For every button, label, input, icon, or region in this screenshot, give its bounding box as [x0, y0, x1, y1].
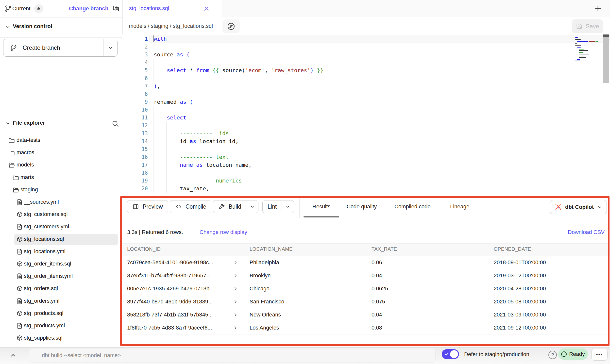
code-line-18[interactable] — [154, 169, 323, 177]
file-name: data-tests — [17, 137, 40, 143]
table-row-los-angeles: 1f8ffa70-7cb5-4d83-8a7f-9aceef6...Los An… — [122, 321, 610, 334]
panel-tab-results[interactable]: Results — [312, 203, 330, 210]
panel-tab-lineage[interactable]: Lineage — [450, 203, 469, 210]
file-tree-item-data-tests[interactable]: data-tests — [0, 134, 122, 147]
file-tree-item-stg-customers-sql[interactable]: stg_customers.sql — [0, 208, 122, 221]
code-line-8[interactable] — [154, 90, 323, 98]
download-csv-link[interactable]: Download CSV — [568, 229, 605, 235]
row-expander-chevron-icon[interactable] — [233, 312, 238, 317]
current-branch-label[interactable]: Current — [12, 5, 30, 12]
file-tree-item-stg-customers-yml[interactable]: stg_customers.yml — [0, 221, 122, 233]
code-line-2[interactable] — [154, 43, 323, 51]
lint-dropdown[interactable] — [282, 200, 294, 213]
code-line-16[interactable]: ---------- text — [154, 153, 323, 161]
panel-tab-code-quality[interactable]: Code quality — [347, 203, 377, 210]
code-line-9[interactable]: renamed as ( — [154, 98, 323, 106]
code-line-11[interactable]: select — [154, 114, 323, 122]
code-line-15[interactable] — [154, 145, 323, 153]
dbt-ide-window: Current Change branch Version control Cr… — [0, 0, 610, 364]
file-tree-item-marts[interactable]: marts — [0, 171, 122, 184]
row-expander-chevron-icon[interactable] — [233, 273, 238, 278]
open-in-docs-button[interactable] — [222, 19, 240, 33]
row-expander-chevron-icon[interactable] — [233, 299, 238, 304]
save-button[interactable]: Save — [572, 19, 603, 33]
file-tree-item-stg-products-yml[interactable]: stg_products.yml — [0, 320, 122, 332]
code-editor[interactable]: 1234567891011121314151617181920 with sou… — [122, 34, 610, 198]
code-line-4[interactable] — [154, 59, 323, 66]
lint-label: Lint — [268, 203, 277, 210]
code-line-10[interactable] — [154, 106, 323, 114]
help-icon[interactable]: ? — [548, 351, 557, 359]
code-line-7[interactable]: ), — [154, 82, 323, 90]
code-brackets-icon — [175, 203, 182, 210]
code-line-14[interactable]: id as location_id, — [154, 137, 323, 145]
file-tree-item--sources-yml[interactable]: __sources.yml — [0, 196, 122, 208]
code-line-12[interactable] — [154, 122, 323, 130]
file-tree-item-stg-locations-yml[interactable]: stg_locations.yml — [0, 246, 122, 258]
code-line-19[interactable]: ---------- numerics — [154, 177, 323, 185]
create-branch-dropdown[interactable] — [103, 39, 117, 56]
panel-tab-compiled-code[interactable]: Compiled code — [394, 203, 431, 210]
row-expander-chevron-icon[interactable] — [233, 325, 238, 331]
build-button[interactable]: Build — [213, 200, 258, 213]
file-explorer-collapse-chevron-icon[interactable] — [5, 120, 11, 126]
more-options-button[interactable]: ••• — [591, 349, 608, 361]
cell-location-name: Philadelphia — [250, 259, 279, 266]
code-line-3[interactable]: source as ( — [154, 51, 323, 59]
file-name: stg_order_items.yml — [24, 273, 73, 279]
file-tree-item-stg-locations-sql[interactable]: stg_locations.sql — [0, 233, 122, 246]
dbt-copilot-button[interactable]: dbt Copilot — [550, 200, 607, 214]
lint-button[interactable]: Lint — [262, 200, 294, 213]
line-number: 14 — [122, 137, 148, 145]
file-tree-item-stg-orders-yml[interactable]: stg_orders.yml — [0, 295, 122, 307]
cell-tax-rate: 0.08 — [372, 325, 382, 331]
version-control-collapse-chevron-icon[interactable] — [5, 24, 11, 30]
editor-scrollbar[interactable] — [603, 34, 609, 83]
file-tree-item-stg-order-items-sql[interactable]: stg_order_items.sql — [0, 258, 122, 270]
cell-opened-date: 2020-04-28T00:00:00 — [494, 285, 546, 292]
file-tree-item-stg-products-sql[interactable]: stg_products.sql — [0, 307, 122, 320]
indent-guide — [153, 106, 153, 193]
code-line-13[interactable]: ---------- ids — [154, 130, 323, 137]
code-line-17[interactable]: name as location_name, — [154, 161, 323, 169]
cell-location-id: 7c079cea-5ed4-4101-906e-9198c... — [127, 259, 213, 266]
code-line-1[interactable]: with — [154, 35, 323, 43]
search-icon[interactable] — [111, 120, 119, 128]
copy-icon[interactable] — [112, 5, 120, 12]
new-tab-plus-icon[interactable] — [594, 4, 602, 13]
git-branch-icon — [10, 44, 17, 51]
code-line-6[interactable] — [154, 74, 323, 82]
file-tree-item-models[interactable]: models — [0, 159, 122, 171]
build-dropdown[interactable] — [246, 200, 258, 213]
create-branch-button[interactable]: Create branch — [3, 39, 118, 57]
close-icon[interactable] — [203, 5, 210, 12]
minimap-line — [595, 41, 598, 42]
folder-icon — [12, 174, 19, 181]
minimap — [575, 37, 605, 62]
collapse-panel-chevron-up-icon[interactable] — [9, 352, 17, 359]
change-row-display-link[interactable]: Change row display — [200, 229, 247, 235]
tab-stg-locations[interactable]: stg_locations.sql — [122, 0, 222, 17]
editor-scrollbar-thumb[interactable] — [603, 34, 609, 37]
line-number: 1 — [122, 35, 148, 43]
file-tree-item-macros[interactable]: macros — [0, 147, 122, 159]
file-tree-item-stg-supplies-sql[interactable]: stg_supplies.sql — [0, 332, 122, 344]
change-branch-link[interactable]: Change branch — [69, 5, 108, 12]
code-line-20[interactable]: tax_rate, — [154, 185, 323, 193]
row-expander-chevron-icon[interactable] — [233, 260, 238, 265]
compile-button[interactable]: Compile — [170, 200, 211, 213]
cell-location-id: 1f8ffa70-7cb5-4d83-8a7f-9aceef6... — [127, 325, 212, 331]
file-tree-item-stg-orders-sql[interactable]: stg_orders.sql — [0, 282, 122, 295]
file-tree-item-staging[interactable]: staging — [0, 184, 122, 196]
chevron-down-icon — [249, 204, 255, 210]
defer-toggle[interactable] — [442, 349, 459, 359]
code-content[interactable]: with source as ( select * from {{ source… — [154, 35, 323, 193]
wrench-icon — [218, 203, 225, 210]
preview-button[interactable]: Preview — [127, 200, 168, 213]
row-expander-chevron-icon[interactable] — [233, 286, 238, 291]
query-summary: 3.3s | Returned 6 rows. — [127, 229, 183, 235]
model-icon — [16, 261, 23, 267]
code-line-5[interactable]: select * from {{ source('ecom', 'raw_sto… — [154, 66, 323, 74]
file-tree-item-stg-order-items-yml[interactable]: stg_order_items.yml — [0, 270, 122, 282]
line-number: 15 — [122, 145, 148, 153]
